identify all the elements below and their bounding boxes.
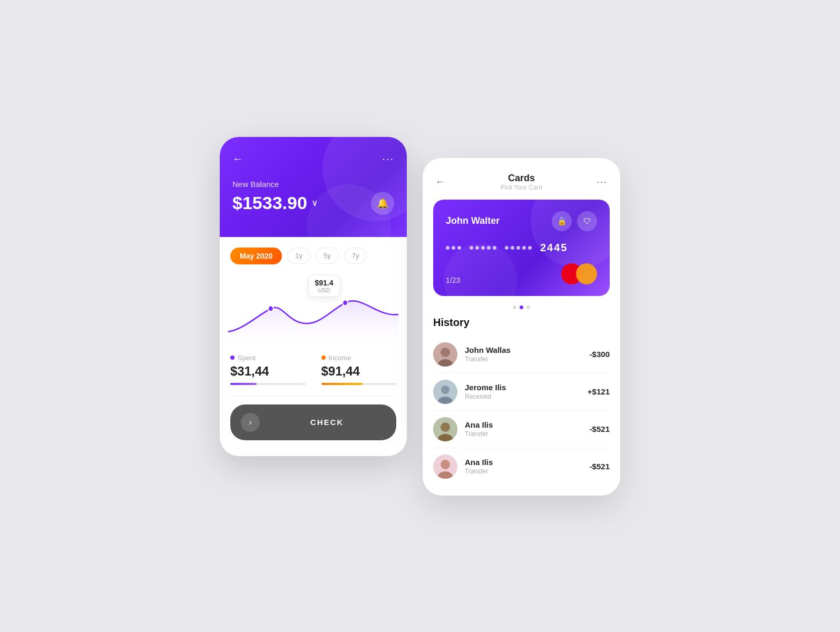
avatar bbox=[433, 342, 457, 367]
avatar bbox=[433, 380, 457, 404]
page-dot-3[interactable] bbox=[526, 305, 530, 309]
left-phone: ← ··· New Balance $1533.90 ∨ 🔔 May 2020 … bbox=[220, 137, 407, 456]
history-type: Transfer bbox=[465, 468, 590, 475]
page-dot-1[interactable] bbox=[513, 305, 516, 309]
card-action-icons: 🔒 🛡 bbox=[552, 211, 597, 231]
svg-point-0 bbox=[268, 305, 274, 311]
history-name: Jerome Ilis bbox=[465, 383, 588, 392]
spent-dot bbox=[230, 355, 235, 360]
income-label: Income bbox=[329, 354, 351, 362]
cards-subtitle: Pick Your Card bbox=[501, 184, 542, 191]
shield-icon: 🛡 bbox=[583, 216, 591, 225]
income-progress-bg bbox=[321, 383, 397, 385]
balance-amount: $1533.90 ∨ bbox=[232, 193, 318, 213]
history-name: Ana Ilis bbox=[465, 458, 590, 467]
spent-value: $31,44 bbox=[230, 364, 306, 379]
spent-progress-fill bbox=[230, 383, 257, 385]
history-amount: -$521 bbox=[590, 424, 610, 433]
svg-point-1 bbox=[343, 300, 348, 305]
mastercard-yellow-circle bbox=[576, 263, 597, 284]
spent-label: Spent bbox=[238, 354, 256, 362]
phones-container: ← ··· New Balance $1533.90 ∨ 🔔 May 2020 … bbox=[220, 137, 620, 496]
history-info: Ana Ilis Transfer bbox=[465, 458, 590, 475]
history-info: Ana Ilis Transfer bbox=[465, 420, 590, 438]
divider bbox=[230, 396, 396, 396]
card-lock-button[interactable]: 🔒 bbox=[552, 211, 572, 231]
history-amount: -$300 bbox=[590, 350, 610, 359]
credit-card[interactable]: John Walter 🔒 🛡 bbox=[433, 200, 610, 296]
check-label: CHECK bbox=[268, 418, 386, 427]
stat-income: Income $91,44 bbox=[321, 354, 397, 385]
history-title: History bbox=[433, 317, 610, 329]
history-name: John Wallas bbox=[465, 345, 590, 354]
history-type: Transfer bbox=[465, 355, 590, 363]
spent-progress-bg bbox=[230, 383, 306, 385]
period-tab-5y[interactable]: 5y bbox=[316, 248, 339, 264]
tooltip-value: $91.4 bbox=[315, 279, 334, 287]
history-info: Jerome Ilis Received bbox=[465, 383, 588, 400]
balance-label: New Balance bbox=[232, 180, 394, 189]
bell-icon: 🔔 bbox=[377, 197, 388, 209]
check-arrow-icon: › bbox=[241, 413, 260, 432]
period-tab-may2020[interactable]: May 2020 bbox=[230, 248, 282, 264]
mastercard-logo bbox=[561, 263, 597, 284]
history-item[interactable]: Jerome Ilis Received +$121 bbox=[433, 373, 610, 411]
lock-icon: 🔒 bbox=[557, 216, 567, 226]
period-tab-1y[interactable]: 1y bbox=[287, 248, 310, 264]
cards-title: Cards bbox=[501, 173, 542, 184]
svg-point-3 bbox=[441, 348, 450, 357]
history-item[interactable]: Ana Ilis Transfer -$521 bbox=[433, 448, 610, 485]
tooltip-currency: USD bbox=[315, 287, 334, 293]
cards-header: ← Cards Pick Your Card ··· bbox=[423, 158, 620, 194]
cards-title-block: Cards Pick Your Card bbox=[501, 173, 542, 191]
card-dots-group1 bbox=[446, 246, 461, 250]
avatar bbox=[433, 455, 457, 479]
check-button[interactable]: › CHECK bbox=[230, 404, 396, 440]
history-item[interactable]: John Wallas Transfer -$300 bbox=[433, 336, 610, 373]
history-name: Ana Ilis bbox=[465, 420, 590, 429]
chart-tooltip: $91.4 USD bbox=[308, 275, 340, 297]
income-value: $91,44 bbox=[321, 364, 397, 379]
svg-point-12 bbox=[441, 460, 450, 469]
stat-spent: Spent $31,44 bbox=[230, 354, 306, 385]
income-dot bbox=[321, 355, 326, 360]
cards-back-button[interactable]: ← bbox=[435, 176, 454, 187]
card-expiry: 1/23 bbox=[446, 276, 460, 284]
card-wrapper: John Walter 🔒 🛡 bbox=[423, 194, 620, 301]
notification-button[interactable]: 🔔 bbox=[371, 192, 394, 215]
card-shield-button[interactable]: 🛡 bbox=[577, 211, 597, 231]
history-type: Received bbox=[465, 393, 588, 400]
history-amount: -$521 bbox=[590, 462, 610, 471]
right-phone: ← Cards Pick Your Card ··· John Walter 🔒… bbox=[423, 158, 620, 496]
more-options-button[interactable]: ··· bbox=[382, 153, 394, 165]
avatar bbox=[433, 417, 457, 441]
history-item[interactable]: Ana Ilis Transfer -$521 bbox=[433, 411, 610, 448]
history-section: History John Wallas Transfer -$300 bbox=[423, 311, 620, 485]
svg-point-9 bbox=[441, 422, 450, 432]
balance-header: ← ··· New Balance $1533.90 ∨ 🔔 bbox=[220, 137, 407, 237]
card-pagination bbox=[423, 301, 620, 311]
card-last4: 2445 bbox=[540, 242, 568, 254]
stats-row: Spent $31,44 Income $91,44 bbox=[220, 349, 407, 392]
card-dots-group3 bbox=[505, 246, 532, 250]
chart-area: $91.4 USD bbox=[220, 270, 407, 343]
history-amount: +$121 bbox=[588, 387, 610, 396]
card-holder-name: John Walter bbox=[446, 215, 500, 226]
cards-more-button[interactable]: ··· bbox=[589, 176, 608, 187]
svg-point-6 bbox=[441, 386, 450, 394]
history-info: John Wallas Transfer bbox=[465, 345, 590, 363]
history-type: Transfer bbox=[465, 430, 590, 438]
back-button[interactable]: ← bbox=[232, 153, 243, 165]
income-progress-fill bbox=[321, 383, 363, 385]
balance-chevron-icon[interactable]: ∨ bbox=[311, 198, 318, 208]
card-number-row: 2445 bbox=[446, 242, 597, 254]
card-dots-group2 bbox=[470, 246, 496, 250]
page-dot-2[interactable] bbox=[520, 305, 523, 309]
period-tabs: May 2020 1y 5y 7y bbox=[220, 237, 407, 270]
period-tab-7y[interactable]: 7y bbox=[344, 248, 367, 264]
